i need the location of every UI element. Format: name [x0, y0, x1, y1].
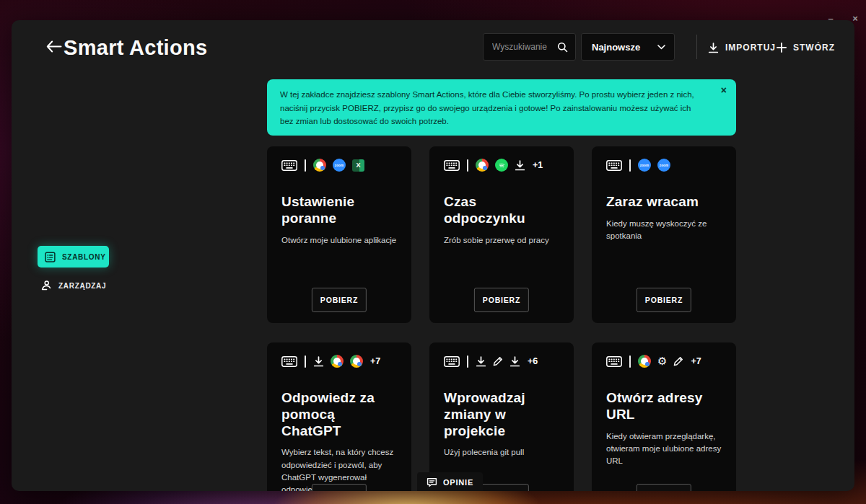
info-banner: W tej zakładce znajdziesz szablony Smart… — [267, 79, 736, 136]
zoom-icon: zoom — [333, 159, 346, 172]
template-card[interactable]: zoomX Ustawienie poranne Otwórz moje ulu… — [267, 146, 411, 323]
excel-icon: X — [352, 159, 364, 172]
card-icon-row: +6 — [444, 355, 559, 368]
search-input-container[interactable] — [483, 33, 576, 61]
separator-icon — [629, 355, 631, 368]
feedback-button[interactable]: OPINIE — [417, 472, 483, 491]
card-icon-row: +1 — [444, 159, 559, 172]
more-apps-badge: +1 — [533, 160, 543, 170]
import-button-label: IMPORTUJ — [725, 43, 776, 53]
keyboard-icon — [606, 160, 622, 171]
download-icon — [313, 356, 324, 367]
card-icon-row: +7 — [281, 355, 397, 368]
chrome-icon — [350, 355, 363, 368]
keyboard-icon — [444, 160, 460, 171]
sort-dropdown[interactable]: Najnowsze — [581, 33, 675, 61]
pobierz-button[interactable]: POBIERZ — [474, 288, 529, 312]
chrome-icon — [476, 159, 489, 172]
template-card[interactable]: +7 Odpowiedz za pomocą ChatGPT Wybierz t… — [267, 342, 411, 491]
sort-dropdown-value: Najnowsze — [592, 42, 640, 53]
card-icon-row: zoomzoom — [606, 159, 722, 172]
search-icon — [557, 42, 568, 53]
pobierz-button[interactable]: POBIERZ — [637, 288, 691, 312]
pencil-icon — [493, 356, 503, 366]
plus-icon — [777, 43, 787, 53]
chrome-icon — [331, 355, 344, 368]
toolbar-divider — [696, 35, 697, 59]
window-controls: – × — [824, 13, 862, 24]
back-button[interactable] — [46, 40, 62, 53]
template-card[interactable]: zoomzoom Zaraz wracam Kiedy muszę wyskoc… — [592, 146, 736, 323]
pencil-icon — [673, 356, 683, 366]
separator-icon — [467, 355, 468, 368]
zoom-icon: zoom — [657, 159, 670, 172]
sidebar-item-szablony[interactable]: SZABLONY — [38, 246, 109, 268]
separator-icon — [629, 159, 631, 172]
card-title: Zaraz wracam — [606, 194, 722, 211]
search-input[interactable] — [492, 42, 557, 52]
feedback-button-label: OPINIE — [443, 478, 473, 487]
minimize-icon[interactable]: – — [824, 13, 837, 24]
card-subtitle: Zrób sobie przerwę od pracy — [444, 234, 559, 247]
page-title: Smart Actions — [64, 36, 207, 60]
keyboard-icon — [281, 356, 297, 367]
speech-bubble-icon — [427, 477, 437, 487]
pobierz-button[interactable]: POBIERZ — [637, 484, 691, 491]
template-list-icon — [45, 252, 56, 262]
app-window: Smart Actions Najnowsze IMPORTUJ STWÓRZ … — [12, 20, 854, 491]
card-subtitle: Otwórz moje ulubione aplikacje — [281, 234, 397, 247]
spotify-icon — [495, 159, 508, 172]
card-title: Odpowiedz za pomocą ChatGPT — [281, 390, 397, 439]
card-icon-row: ⚙ +7 — [606, 355, 722, 368]
sidebar-item-label: ZARZĄDZAJ — [58, 282, 106, 290]
more-apps-badge: +6 — [528, 356, 538, 366]
card-subtitle: Kiedy muszę wyskoczyć ze spotkania — [606, 218, 722, 243]
card-subtitle: Użyj polecenia git pull — [444, 446, 559, 459]
card-title: Wprowadzaj zmiany w projekcie — [444, 390, 559, 439]
card-title: Czas odpoczynku — [444, 194, 559, 227]
card-icon-row: zoomX — [281, 159, 397, 172]
chrome-icon — [638, 355, 651, 368]
template-card[interactable]: ⚙ +7 Otwórz adresy URL Kiedy otwieram pr… — [592, 342, 736, 491]
chrome-icon — [313, 159, 326, 172]
chevron-down-icon — [657, 45, 665, 50]
download-icon — [708, 43, 719, 53]
create-button-label: STWÓRZ — [793, 43, 835, 53]
more-apps-badge: +7 — [370, 356, 380, 366]
manage-person-icon — [40, 280, 52, 291]
download-icon — [509, 356, 520, 367]
banner-close-icon[interactable]: × — [721, 85, 727, 95]
keyboard-icon — [444, 356, 460, 367]
sidebar-item-zarzadzaj[interactable]: ZARZĄDZAJ — [40, 276, 106, 295]
separator-icon — [467, 159, 468, 172]
card-title: Ustawienie poranne — [281, 194, 397, 227]
close-icon[interactable]: × — [849, 13, 862, 24]
separator-icon — [305, 159, 306, 172]
pobierz-button[interactable]: POBIERZ — [312, 288, 367, 312]
keyboard-icon — [281, 160, 297, 171]
template-card[interactable]: +1 Czas odpoczynku Zrób sobie przerwę od… — [429, 146, 574, 323]
import-button[interactable]: IMPORTUJ — [708, 40, 776, 56]
more-apps-badge: +7 — [691, 356, 701, 366]
card-title: Otwórz adresy URL — [606, 390, 722, 423]
template-card[interactable]: +6 Wprowadzaj zmiany w projekcie Użyj po… — [429, 342, 574, 491]
download-icon — [476, 356, 486, 367]
sidebar-item-label: SZABLONY — [62, 253, 106, 261]
zoom-icon: zoom — [638, 159, 651, 172]
info-banner-text: W tej zakładce znajdziesz szablony Smart… — [280, 90, 694, 125]
card-subtitle: Kiedy otwieram przeglądarkę, otwieram mo… — [606, 430, 722, 468]
download-icon — [515, 160, 525, 171]
gear-icon: ⚙ — [657, 356, 667, 367]
pobierz-button[interactable]: POBIERZ — [312, 484, 367, 491]
separator-icon — [305, 355, 306, 368]
keyboard-icon — [606, 356, 622, 367]
create-button[interactable]: STWÓRZ — [777, 40, 835, 56]
